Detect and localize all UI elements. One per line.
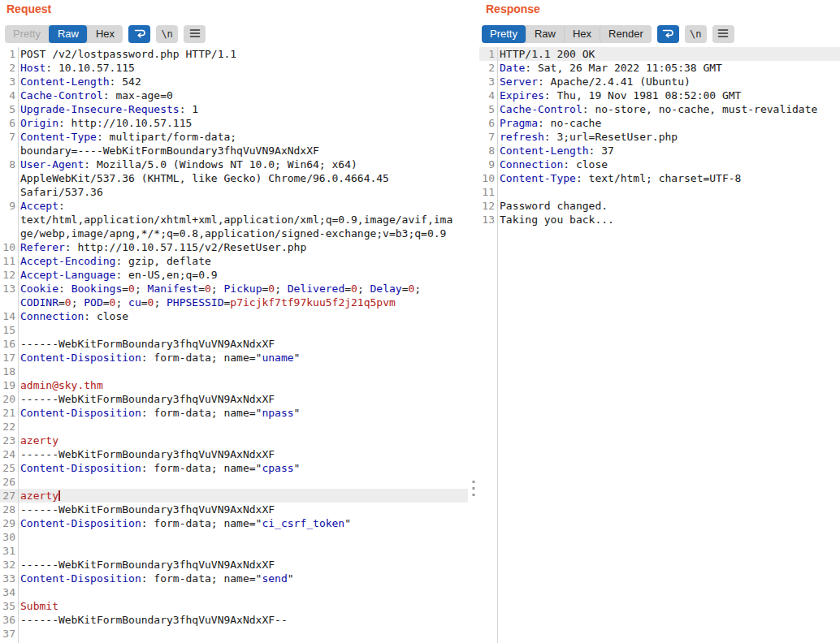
tab-raw[interactable]: Raw [526,25,564,43]
syntax-token: : Thu, 19 Nov 1981 08:52:00 GMT [544,89,742,101]
editor-row: 30 [0,530,468,544]
line-number: 2 [479,61,495,75]
editor-row: 2Date: Sat, 26 Mar 2022 11:05:38 GMT [479,61,840,75]
request-panel: Request PrettyRawHex \n [0,0,468,643]
editor-row: 12Password changed. [479,199,840,213]
tab-pretty[interactable]: Pretty [482,25,526,43]
syntax-token: Pickup [224,283,262,295]
line-content: Content-Length: 37 [495,144,840,158]
wrap-lines-button[interactable] [128,25,150,43]
editor-menu-button[interactable] [712,25,734,43]
line-number [0,213,15,227]
syntax-token: ; [135,283,148,295]
editor-row: 36------WebKitFormBoundary3fhqVuVN9AxNdx… [0,613,468,627]
editor-row: 28------WebKitFormBoundary3fhqVuVN9AxNdx… [0,503,468,516]
line-number: 11 [479,185,495,199]
wrap-lines-icon [661,27,674,42]
syntax-token: Cache-Control [500,103,582,115]
response-editor[interactable]: 1HTTP/1.1 200 OK2Date: Sat, 26 Mar 2022 … [479,47,840,643]
syntax-token: : form-data; name=" [141,572,262,585]
line-content: Accept-Language: en-US,en;q=0.9 [15,268,468,282]
syntax-token: User-Agent [20,158,84,170]
syntax-token: " [288,572,294,585]
line-number: 4 [479,88,495,102]
newline-toggle-button[interactable]: \n [685,25,707,43]
syntax-token: 0 [65,296,71,309]
line-content: Content-Length: 542 [15,75,468,88]
syntax-token: Accept-Language [20,269,115,281]
editor-row: 5Upgrade-Insecure-Requests: 1 [0,102,468,116]
line-content: Content-Type: multipart/form-data; [15,130,468,144]
editor-row: 11Accept-Encoding: gzip, deflate [0,254,468,268]
editor-row: 2Host: 10.10.57.115 [0,61,468,75]
request-panel-title: Request [6,2,51,15]
syntax-token: ------WebKitFormBoundary3fhqVuVN9AxNdxXF [20,448,275,460]
newline-label: \n [161,28,172,40]
tab-hex[interactable]: Hex [87,25,123,43]
line-number [0,144,15,158]
line-number: 6 [0,116,15,130]
syntax-token: ------WebKitFormBoundary3fhqVuVN9AxNdxXF [20,338,275,350]
editor-row: 1HTTP/1.1 200 OK [479,47,840,61]
syntax-token: : form-data; name=" [141,352,262,364]
syntax-token: cpass [262,462,293,474]
syntax-token: = [141,296,148,309]
syntax-token: ; [211,283,224,295]
line-number [0,227,15,240]
editor-menu-button[interactable] [184,25,206,43]
line-number: 3 [0,75,15,88]
hamburger-menu-icon [717,28,729,41]
request-editor[interactable]: 1POST /v2/lostpassword.php HTTP/1.12Host… [0,47,468,643]
line-number: 13 [0,282,15,296]
syntax-token: uname [262,352,293,364]
syntax-token: Submit [20,600,58,612]
line-number: 32 [0,558,15,572]
syntax-token: 0 [351,283,357,295]
line-number: 12 [0,268,15,282]
syntax-token: admin@sky.thm [20,379,103,391]
line-number: 10 [479,171,495,185]
syntax-token: HTTP/1.1 200 OK [500,48,595,60]
newline-toggle-button[interactable]: \n [156,25,178,43]
line-content: boundary=----WebKitFormBoundary3fhqVuVN9… [15,144,468,158]
wrap-lines-button[interactable] [657,25,679,43]
line-content: azerty [15,434,468,447]
tab-pretty[interactable]: Pretty [5,25,49,43]
editor-row: 11 [479,185,840,199]
line-number: 35 [0,599,15,613]
syntax-token: : gzip, deflate [115,255,210,267]
tab-hex[interactable]: Hex [564,25,600,43]
line-number: 28 [0,503,15,516]
syntax-token: ------WebKitFormBoundary3fhqVuVN9AxNdxXF [20,559,275,571]
line-content: Content-Disposition: form-data; name="se… [15,572,468,585]
syntax-token: = [122,283,128,295]
syntax-token: = [198,283,205,295]
tab-render[interactable]: Render [600,25,652,43]
syntax-token: : 3;url=ResetUser.php [544,131,678,143]
editor-row: 4Expires: Thu, 19 Nov 1981 08:52:00 GMT [479,88,840,102]
line-content: Cache-Control: max-age=0 [15,88,468,102]
line-content [15,475,468,489]
syntax-token: Manifest [148,283,199,295]
line-number: 31 [0,544,15,558]
editor-row: 8Content-Length: 37 [479,144,840,158]
editor-row: 19admin@sky.thm [0,378,468,392]
syntax-token: : 1 [180,103,198,115]
syntax-token: ; [357,283,370,295]
editor-row: 7Content-Type: multipart/form-data; [0,130,468,144]
syntax-token: : 37 [589,145,614,157]
editor-row: Safari/537.36 [0,185,468,199]
syntax-token: " [294,352,301,364]
syntax-token: Content-Type [500,172,576,184]
line-number: 15 [0,323,15,337]
tab-raw[interactable]: Raw [49,25,87,43]
editor-row: 18 [0,365,468,378]
line-content: Content-Disposition: form-data; name="np… [15,406,468,420]
syntax-token: 0 [205,283,211,295]
syntax-token: Safari/537.36 [20,186,103,198]
line-number: 8 [479,144,495,158]
editor-row: 6Pragma: no-cache [479,116,840,130]
editor-row: 10Referer: http://10.10.57.115/v2/ResetU… [0,240,468,254]
panel-divider[interactable] [468,0,479,643]
syntax-token: Content-Length [500,145,589,157]
